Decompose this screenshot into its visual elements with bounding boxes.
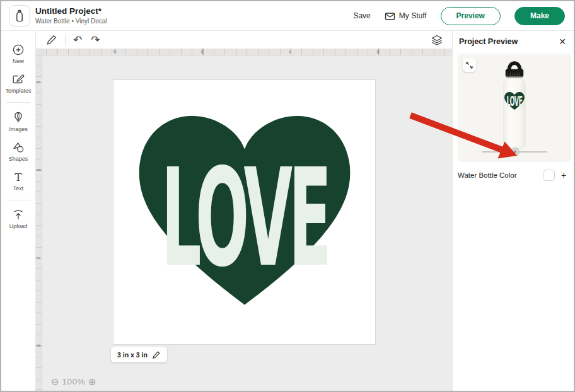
sidebar-item-label: Images xyxy=(9,126,28,132)
canvas-region: ↶ ↷ 0 1 2 3 0 1 2 3 xyxy=(36,31,452,391)
close-icon[interactable]: ✕ xyxy=(559,37,566,46)
project-title-block: Untitled Project* Water Bottle • Vinyl D… xyxy=(35,6,107,25)
zoom-control: ⊖ 100% ⊕ xyxy=(51,377,96,386)
sidebar-item-upload[interactable]: Upload xyxy=(1,204,35,234)
bottle-handle xyxy=(509,63,520,70)
sidebar-item-label: Text xyxy=(13,185,24,192)
minus-circle-icon[interactable]: ⊖ xyxy=(51,377,59,386)
app-window: Untitled Project* Water Bottle • Vinyl D… xyxy=(0,0,575,392)
sidebar-item-new[interactable]: New xyxy=(1,39,35,69)
layers-icon[interactable] xyxy=(431,34,443,46)
expand-icon[interactable] xyxy=(463,59,476,72)
vertical-ruler: 0 1 2 3 xyxy=(36,55,42,391)
bottle-cap xyxy=(506,69,524,77)
svg-text:LOVE: LOVE xyxy=(506,94,522,110)
size-badge[interactable]: 3 in x 3 in xyxy=(111,347,167,362)
ruler-label: 1 xyxy=(200,49,203,54)
sidebar-item-images[interactable]: Images xyxy=(1,107,35,137)
bottle-decal: LOVE xyxy=(504,92,525,110)
redo-icon[interactable]: ↷ xyxy=(91,35,100,45)
project-preview-panel: Project Preview ✕ xyxy=(452,31,574,391)
design-word: LOVE xyxy=(161,139,328,296)
ruler-label: 2 xyxy=(289,49,291,54)
horizontal-ruler: 0 1 2 3 xyxy=(42,49,452,55)
header-bar: Untitled Project* Water Bottle • Vinyl D… xyxy=(1,1,574,31)
templates-icon xyxy=(12,73,25,86)
ruler-corner xyxy=(36,49,42,55)
bottle-preview: LOVE xyxy=(492,55,537,151)
sidebar-item-label: Upload xyxy=(9,223,28,229)
canvas-toolbar: ↶ ↷ xyxy=(36,31,452,49)
zoom-level: 100% xyxy=(62,377,86,386)
toolbar-divider xyxy=(65,35,66,45)
size-badge-label: 3 in x 3 in xyxy=(117,351,148,359)
sidebar-divider xyxy=(6,102,30,103)
my-stuff-button[interactable]: My Stuff xyxy=(385,11,427,21)
love-heart-design[interactable]: LOVE xyxy=(134,104,355,318)
sidebar-item-label: Shapes xyxy=(9,156,28,162)
undo-icon[interactable]: ↶ xyxy=(73,35,82,45)
envelope-icon xyxy=(385,11,395,21)
ruler-label: 0 xyxy=(113,49,116,54)
sidebar-divider xyxy=(6,200,30,200)
project-title: Untitled Project* xyxy=(35,6,107,17)
lightbulb-icon xyxy=(12,111,25,124)
left-sidebar: New Templates Images xyxy=(1,31,36,391)
panel-title: Project Preview xyxy=(459,37,518,46)
artboard[interactable]: LOVE xyxy=(113,79,376,345)
sidebar-item-label: Templates xyxy=(5,88,31,94)
pencil-icon[interactable] xyxy=(152,350,161,359)
bottle-color-swatch[interactable] xyxy=(543,170,555,181)
preview-zoom-slider[interactable] xyxy=(482,147,547,156)
water-bottle-icon xyxy=(13,9,26,23)
slider-handle[interactable] xyxy=(511,147,520,156)
sidebar-item-label: New xyxy=(13,58,24,64)
shapes-icon xyxy=(12,141,25,154)
my-stuff-label: My Stuff xyxy=(399,11,427,20)
plus-circle-icon xyxy=(12,43,25,56)
project-subtitle: Water Bottle • Vinyl Decal xyxy=(35,18,107,26)
sidebar-item-templates[interactable]: Templates xyxy=(1,69,35,98)
color-row-label: Water Bottle Color xyxy=(458,171,517,179)
text-icon: T xyxy=(15,171,21,183)
bottle-body xyxy=(504,78,525,148)
preview-button[interactable]: Preview xyxy=(441,7,501,25)
sidebar-item-shapes[interactable]: Shapes xyxy=(1,137,35,166)
sidebar-item-text[interactable]: T Text xyxy=(1,166,35,196)
project-type-button[interactable] xyxy=(9,5,30,26)
ruler-label: 3 xyxy=(376,49,379,54)
save-button[interactable]: Save xyxy=(353,11,370,20)
make-button[interactable]: Make xyxy=(514,7,565,25)
canvas-background[interactable]: LOVE 3 in x 3 in ⊖ 100% ⊕ xyxy=(42,55,452,391)
plus-circle-icon[interactable]: ⊕ xyxy=(88,377,96,386)
upload-arrow-icon xyxy=(12,209,25,221)
add-color-button[interactable]: + xyxy=(557,169,570,182)
preview-card: LOVE xyxy=(458,54,571,162)
edit-pencil-icon[interactable] xyxy=(46,34,57,45)
color-row: Water Bottle Color + xyxy=(458,169,570,182)
